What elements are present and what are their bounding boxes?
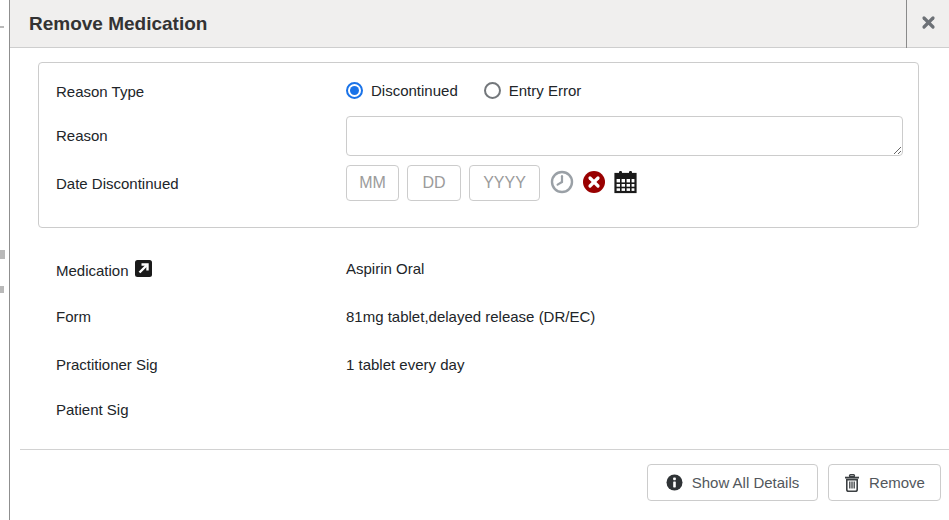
practitioner-sig-label-text: Practitioner Sig (56, 356, 158, 373)
form-label: Form (56, 308, 91, 325)
practitioner-sig-value: 1 tablet every day (346, 356, 464, 373)
radio-entry-error-icon[interactable] (484, 82, 501, 99)
date-discontinued-label: Date Discontinued (56, 175, 179, 192)
show-all-details-label: Show All Details (692, 474, 800, 491)
modal-header: Remove Medication (10, 0, 949, 48)
background-fragment (0, 250, 5, 259)
show-all-details-button[interactable]: Show All Details (647, 464, 818, 501)
radio-discontinued-icon[interactable] (346, 82, 363, 99)
footer-divider (20, 449, 949, 450)
background-fragment (0, 286, 4, 293)
remove-medication-dialog: Remove Medication Reason Type Discontinu… (0, 0, 949, 520)
calendar-icon (614, 170, 637, 197)
close-button[interactable] (907, 0, 949, 48)
date-discontinued-controls (346, 165, 637, 201)
external-link-icon[interactable] (135, 260, 152, 280)
patient-sig-label-text: Patient Sig (56, 401, 129, 418)
remove-label: Remove (869, 474, 925, 491)
background-fragment (0, 26, 4, 28)
radio-option-entry-error[interactable]: Entry Error (484, 82, 582, 99)
medication-label: Medication (56, 260, 152, 280)
practitioner-sig-label: Practitioner Sig (56, 356, 158, 373)
modal-window: Remove Medication Reason Type Discontinu… (9, 0, 949, 520)
month-input[interactable] (346, 165, 399, 201)
radio-discontinued-label: Discontinued (371, 82, 458, 99)
dialog-title: Remove Medication (29, 0, 207, 47)
radio-entry-error-label: Entry Error (509, 82, 582, 99)
open-calendar-button[interactable] (614, 170, 637, 197)
form-value: 81mg tablet,delayed release (DR/EC) (346, 308, 595, 325)
reason-type-radio-group: Discontinued Entry Error (346, 82, 581, 99)
set-time-button[interactable] (550, 170, 574, 197)
radio-option-discontinued[interactable]: Discontinued (346, 82, 458, 99)
remove-button[interactable]: Remove (828, 464, 941, 501)
clock-icon (550, 170, 574, 197)
patient-sig-label: Patient Sig (56, 401, 129, 418)
clear-date-button[interactable] (582, 170, 606, 197)
clear-date-icon (582, 170, 606, 197)
day-input[interactable] (407, 165, 461, 201)
reason-input[interactable] (346, 116, 903, 156)
info-icon (666, 474, 683, 491)
form-label-text: Form (56, 308, 91, 325)
trash-icon (844, 474, 860, 492)
year-input[interactable] (469, 165, 540, 201)
reason-label: Reason (56, 127, 108, 144)
removal-reason-fieldset: Reason Type Discontinued Entry Error Rea… (38, 62, 919, 228)
medication-label-text: Medication (56, 262, 129, 279)
reason-type-label: Reason Type (56, 83, 144, 100)
close-icon (921, 15, 936, 33)
medication-value: Aspirin Oral (346, 260, 424, 277)
